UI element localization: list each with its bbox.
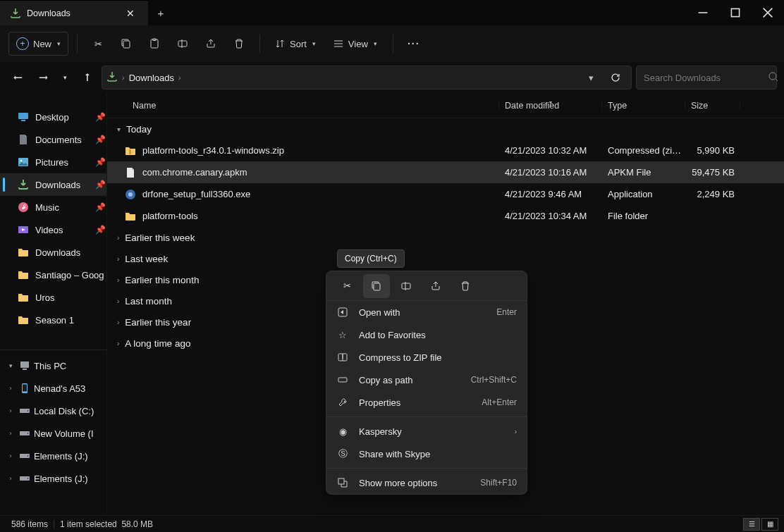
sidebar-item[interactable]: Music 📌 bbox=[0, 196, 106, 218]
breadcrumb-item[interactable]: Downloads bbox=[129, 73, 174, 83]
group-header[interactable]: › Earlier this week bbox=[107, 227, 784, 248]
drive-icon bbox=[18, 450, 31, 462]
recent-dropdown[interactable]: ▾ bbox=[58, 67, 72, 88]
new-tab-button[interactable]: + bbox=[148, 0, 173, 25]
svg-point-17 bbox=[27, 410, 29, 412]
group-header[interactable]: ▾ Today bbox=[107, 118, 784, 140]
window-tab[interactable]: Downloads ✕ bbox=[0, 0, 148, 25]
document-icon bbox=[17, 133, 30, 146]
file-name: platform-tools bbox=[142, 211, 198, 221]
clipboard-icon bbox=[149, 38, 160, 49]
ctx-more-options[interactable]: Show more options Shift+F10 bbox=[326, 471, 527, 494]
plus-circle-icon: + bbox=[16, 37, 29, 50]
chevron-right-icon[interactable]: › bbox=[6, 452, 16, 459]
file-row[interactable]: drfone_setup_full3360.exe 4/21/2023 9:46… bbox=[107, 183, 784, 205]
view-button[interactable]: View ▾ bbox=[327, 32, 384, 56]
ctx-properties[interactable]: Properties Alt+Enter bbox=[326, 391, 527, 414]
share-button[interactable] bbox=[199, 32, 223, 56]
breadcrumb-sep: › bbox=[122, 73, 125, 82]
back-button[interactable]: 🠔 bbox=[7, 67, 28, 88]
copy-button[interactable] bbox=[114, 32, 138, 56]
file-type: File folder bbox=[602, 211, 685, 221]
sidebar-item-label: Pictures bbox=[35, 157, 90, 168]
close-tab-button[interactable]: ✕ bbox=[123, 6, 138, 21]
chevron-right-icon[interactable]: › bbox=[6, 475, 16, 482]
chevron-right-icon[interactable]: › bbox=[6, 430, 16, 437]
trash-icon bbox=[233, 38, 245, 49]
file-date: 4/21/2023 9:46 AM bbox=[499, 189, 602, 199]
sidebar-this-pc[interactable]: ▾ This PC bbox=[0, 354, 106, 377]
up-button[interactable]: 🠕 bbox=[76, 67, 97, 88]
group-header[interactable]: › Last week bbox=[107, 248, 784, 269]
ctx-open-with[interactable]: Open with Enter bbox=[326, 301, 527, 323]
search-box[interactable] bbox=[636, 66, 777, 89]
paste-button[interactable] bbox=[142, 32, 166, 56]
ctx-compress[interactable]: Compress to ZIP file bbox=[326, 346, 527, 369]
sidebar-item[interactable]: Documents 📌 bbox=[0, 128, 106, 151]
ctx-skype[interactable]: Ⓢ Share with Skype bbox=[326, 443, 527, 465]
sidebar-drive[interactable]: › Elements (J:) bbox=[0, 467, 106, 490]
chevron-down-icon[interactable]: ▾ bbox=[6, 362, 16, 369]
pin-icon: 📌 bbox=[95, 135, 106, 144]
ctx-share-button[interactable] bbox=[422, 274, 449, 298]
file-row[interactable]: com.chrome.canary.apkm 4/21/2023 10:16 A… bbox=[107, 161, 784, 183]
sidebar-drive[interactable]: › New Volume (I bbox=[0, 422, 106, 445]
maximize-button[interactable] bbox=[719, 0, 752, 25]
search-input[interactable] bbox=[644, 73, 762, 83]
new-button[interactable]: + New ▾ bbox=[8, 32, 68, 56]
ctx-copy-path[interactable]: Copy as path Ctrl+Shift+C bbox=[326, 369, 527, 391]
more-button[interactable]: ··· bbox=[402, 32, 426, 56]
pin-icon: 📌 bbox=[95, 202, 106, 212]
pin-icon: 📌 bbox=[95, 157, 106, 167]
column-date[interactable]: ▾Date modified bbox=[499, 101, 602, 111]
scissors-icon: ✂ bbox=[94, 39, 102, 49]
sidebar-item[interactable]: Santiago – Goog bbox=[0, 264, 106, 286]
zip-icon bbox=[124, 144, 137, 157]
sidebar-item[interactable]: Uros bbox=[0, 286, 106, 309]
ctx-rename-button[interactable] bbox=[393, 274, 419, 298]
ctx-delete-button[interactable] bbox=[452, 274, 479, 298]
ctx-copy-button[interactable] bbox=[363, 274, 390, 298]
drive-icon bbox=[18, 472, 31, 485]
svg-rect-27 bbox=[374, 283, 380, 290]
sidebar-drive[interactable]: › Elements (J:) bbox=[0, 445, 106, 467]
thumbnails-view-button[interactable]: ▦ bbox=[761, 518, 778, 531]
sidebar-item[interactable]: Downloads 📌 bbox=[0, 173, 106, 196]
forward-button[interactable]: 🠖 bbox=[32, 67, 54, 88]
ctx-cut-button[interactable]: ✂ bbox=[333, 274, 360, 298]
chevron-right-icon[interactable]: › bbox=[6, 385, 16, 392]
svg-rect-13 bbox=[23, 369, 27, 370]
sidebar-item[interactable]: Desktop 📌 bbox=[0, 106, 106, 128]
sort-button[interactable]: Sort ▾ bbox=[269, 32, 323, 56]
sidebar-drive[interactable]: › Local Disk (C:) bbox=[0, 400, 106, 422]
close-window-button[interactable] bbox=[752, 0, 784, 25]
address-history-button[interactable]: ▾ bbox=[582, 73, 600, 83]
sidebar-item[interactable]: Videos 📌 bbox=[0, 218, 106, 241]
file-size: 5,990 KB bbox=[685, 145, 740, 156]
sidebar-item[interactable]: Downloads bbox=[0, 241, 106, 264]
sidebar-item[interactable]: Pictures 📌 bbox=[0, 151, 106, 173]
rename-button[interactable] bbox=[171, 32, 195, 56]
drive-icon bbox=[18, 427, 31, 440]
cut-button[interactable]: ✂ bbox=[86, 32, 110, 56]
ctx-kaspersky[interactable]: ◉ Kaspersky › bbox=[326, 420, 527, 443]
sidebar-drive[interactable]: › Nenad's A53 bbox=[0, 377, 106, 400]
picture-icon bbox=[17, 156, 30, 168]
delete-button[interactable] bbox=[227, 32, 251, 56]
column-size[interactable]: Size bbox=[685, 101, 740, 111]
address-bar[interactable]: › Downloads › ▾ bbox=[102, 66, 632, 89]
file-row[interactable]: platform-tools 4/21/2023 10:34 AM File f… bbox=[107, 205, 784, 227]
column-name[interactable]: Name bbox=[107, 101, 499, 111]
breadcrumb-sep: › bbox=[178, 73, 181, 82]
column-type[interactable]: Type bbox=[602, 101, 685, 111]
minimize-button[interactable] bbox=[687, 0, 719, 25]
ctx-add-favorites[interactable]: ☆ Add to Favorites bbox=[326, 323, 527, 346]
file-row[interactable]: platform-tools_r34.0.1-windows.zip 4/21/… bbox=[107, 140, 784, 161]
skype-icon: Ⓢ bbox=[336, 447, 349, 460]
trash-icon bbox=[460, 280, 471, 292]
sidebar-item[interactable]: Season 1 bbox=[0, 309, 106, 331]
context-menu: ✂ Open with Enter ☆ bbox=[326, 271, 527, 495]
refresh-button[interactable] bbox=[604, 72, 627, 83]
details-view-button[interactable]: ☰ bbox=[743, 518, 760, 531]
chevron-right-icon[interactable]: › bbox=[6, 407, 16, 414]
